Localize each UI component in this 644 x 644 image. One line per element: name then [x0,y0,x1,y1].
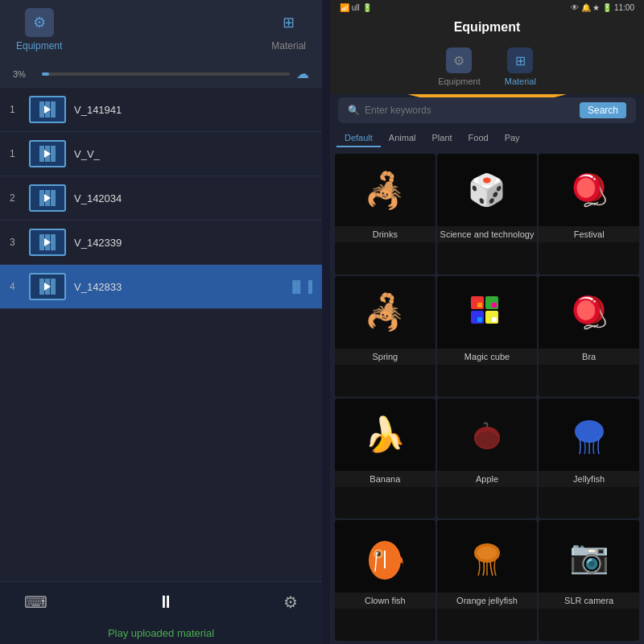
banana-image: 🍌 [335,398,436,471]
search-icon: 🔍 [348,105,360,116]
jellyfish-image [539,398,639,471]
search-input[interactable] [365,105,575,116]
left-tab-material[interactable]: ⊞ Material [271,8,306,52]
drinks-label: Drinks [335,226,436,242]
video-thumb [29,96,66,123]
magiccube-label: Magic cube [437,349,538,365]
drinks-image: 🦂 [335,154,436,226]
item-num: 2 [10,192,21,204]
video-thumb [29,273,66,300]
left-footer: ⌨ ⏸ ⚙ [0,581,322,622]
video-thumb [29,140,66,167]
svg-point-10 [575,420,604,443]
items-grid: 🦂 Drinks 🎲 Science and technology 🪀 Fest… [330,151,644,644]
video-name: V_141941 [74,104,312,116]
svg-point-17 [375,568,394,578]
svg-point-19 [477,547,497,559]
video-item-1[interactable]: 1 V_141941 [0,88,322,132]
apple-label: Apple [437,471,538,487]
svg-rect-7 [492,317,497,322]
svg-point-9 [476,431,498,448]
play-triangle-icon [44,194,51,202]
festival-image: 🪀 [539,154,639,226]
cat-default[interactable]: Default [336,130,381,147]
cat-plant[interactable]: Plant [423,130,460,147]
video-list: 1 V_141941 1 V_V_ 2 V_142034 3 [0,88,322,581]
video-item-3[interactable]: 2 V_142034 [0,176,322,221]
phone-tabs: ⚙ Equipment ⊞ Material [330,39,644,94]
video-name: V_142339 [74,237,312,249]
material-tab-icon: ⊞ [507,47,533,73]
grid-item-slrcamera[interactable]: 📷 SLR camera [539,520,639,641]
search-button[interactable]: Search [580,102,626,118]
grid-item-jellyfish[interactable]: Jellyfish [539,398,639,519]
waveform-icon: ▐▌▐ [288,280,312,293]
video-thumb [29,229,66,256]
festival-label: Festival [539,226,639,242]
spring-image: 🦂 [335,276,436,349]
phone-title: Equipment [330,15,644,39]
progress-label: 3% [13,69,35,79]
equipment-icon: ⚙ [25,8,54,37]
bottom-text: Play uploaded material [0,622,322,644]
cat-pay[interactable]: Pay [497,130,528,147]
grid-item-bra[interactable]: 🪀 Bra [539,276,639,397]
science-label: Science and technology [437,226,538,242]
svg-rect-6 [477,317,482,322]
grid-item-banana[interactable]: 🍌 Banana [335,398,436,519]
video-item-4[interactable]: 3 V_142339 [0,221,322,265]
grid-item-clownfish[interactable]: Clown fish [335,520,436,641]
grid-item-magiccube[interactable]: Magic cube [437,276,538,397]
material-icon: ⊞ [275,8,303,37]
phone-status-bar: 📶 ull 🔋 👁 🔔 ★ 🔋 11:00 [330,0,644,15]
banana-label: Banana [335,471,436,487]
material-label: Material [271,40,306,52]
video-name: V_142034 [74,192,312,204]
upload-icon[interactable]: ☁ [296,66,309,81]
grid-item-spring[interactable]: 🦂 Spring [335,276,436,397]
grid-item-drinks[interactable]: 🦂 Drinks [335,154,436,275]
svg-rect-4 [477,303,482,308]
video-item-2[interactable]: 1 V_V_ [0,132,322,176]
phone-tab-equipment[interactable]: ⚙ Equipment [438,47,481,86]
progress-row: 3% ☁ [0,60,322,88]
pause-icon[interactable]: ⏸ [157,592,175,613]
video-item-5[interactable]: 4 V_142833 ▐▌▐ [0,265,322,309]
play-triangle-icon [44,105,51,114]
equipment-tab-icon: ⚙ [446,47,472,73]
item-num: 1 [10,148,21,159]
left-header: ⚙ Equipment ⊞ Material [0,0,322,60]
magiccube-image [437,276,538,349]
caption-icon[interactable]: ⌨ [24,592,47,612]
grid-item-apple[interactable]: Apple [437,398,538,519]
left-panel: ⚙ Equipment ⊞ Material 3% ☁ 1 V_141941 1 [0,0,322,644]
left-tab-equipment[interactable]: ⚙ Equipment [16,8,62,52]
grid-item-festival[interactable]: 🪀 Festival [539,154,639,275]
grid-item-science[interactable]: 🎲 Science and technology [437,154,538,275]
material-tab-label: Material [505,76,536,86]
orangejellyfish-image [437,520,538,592]
science-image: 🎲 [437,154,538,226]
play-triangle-icon [44,283,51,291]
clownfish-label: Clown fish [335,592,436,609]
video-name: V_142833 [74,281,280,293]
settings-icon[interactable]: ⚙ [283,592,298,612]
video-thumb [29,184,66,212]
search-row: 🔍 Search [338,97,636,123]
video-name: V_V_ [74,148,312,160]
phone-tab-material[interactable]: ⊞ Material [505,47,536,86]
play-triangle-icon [44,238,51,246]
orangejellyfish-label: Orange jellyfish [437,592,538,609]
clownfish-image [335,520,436,592]
grid-item-orangejellyfish[interactable]: Orange jellyfish [437,520,538,641]
progress-fill [42,72,49,76]
status-right: 👁 🔔 ★ 🔋 11:00 [571,3,634,12]
slrcamera-label: SLR camera [539,592,639,609]
spring-label: Spring [335,349,436,365]
cat-food[interactable]: Food [460,130,497,147]
cat-animal[interactable]: Animal [381,130,424,147]
item-num: 4 [10,281,21,292]
status-left: 📶 ull 🔋 [340,3,372,12]
bra-image: 🪀 [539,276,639,349]
svg-rect-5 [492,303,497,308]
